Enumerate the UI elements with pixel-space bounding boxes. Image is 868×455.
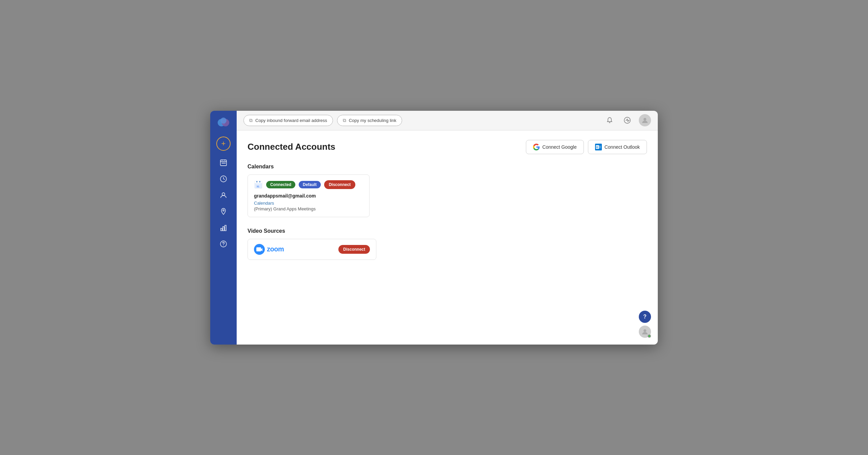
help-fab-button[interactable]: ? [639, 311, 651, 323]
svg-point-14 [223, 210, 224, 211]
zoom-logo: zoom [254, 244, 284, 255]
sidebar-item-location[interactable] [216, 204, 231, 219]
sidebar-item-clock[interactable] [216, 172, 231, 186]
online-status-dot [648, 334, 651, 338]
svg-point-2 [220, 118, 226, 124]
svg-text:O: O [596, 146, 598, 148]
link-icon: ⧉ [343, 118, 346, 123]
page-header: Connected Accounts Connect Google [248, 140, 647, 154]
zoom-disconnect-button[interactable]: Disconnect [338, 245, 370, 254]
svg-rect-15 [221, 228, 222, 231]
top-bar-actions [604, 114, 651, 126]
notifications-button[interactable] [604, 114, 616, 126]
copy-email-label: Copy inbound forward email address [255, 118, 327, 123]
zoom-text: zoom [267, 245, 284, 253]
video-sources-title: Video Sources [248, 228, 647, 234]
svg-rect-26 [599, 145, 601, 148]
google-calendar-icon: 31 [254, 180, 263, 189]
add-button[interactable]: + [216, 137, 231, 151]
svg-point-13 [222, 193, 225, 195]
copy-email-button[interactable]: ⧉ Copy inbound forward email address [243, 115, 333, 126]
connect-outlook-label: Connect Outlook [605, 144, 640, 150]
copy-scheduling-label: Copy my scheduling link [349, 118, 396, 123]
calendar-sub: (Primary) Grand Apps Meetings [254, 206, 363, 211]
svg-rect-7 [222, 163, 223, 164]
google-icon [533, 144, 540, 150]
svg-text:31: 31 [257, 185, 259, 188]
user-fab-button[interactable] [639, 326, 651, 338]
svg-point-19 [223, 245, 224, 246]
outlook-icon: O [595, 144, 602, 150]
connect-google-label: Connect Google [542, 144, 577, 150]
svg-line-12 [223, 179, 225, 180]
sidebar-item-contacts[interactable] [216, 188, 231, 202]
header-actions: Connect Google O Connect Outlook [526, 140, 647, 154]
page-title: Connected Accounts [248, 142, 335, 152]
main-content: ⧉ Copy inbound forward email address ⧉ C… [237, 111, 658, 345]
svg-rect-30 [259, 181, 260, 182]
page-content: Connected Accounts Connect Google [237, 130, 658, 345]
svg-point-22 [644, 118, 646, 121]
calendar-email: grandappsmail@gmail.com [254, 193, 363, 199]
svg-rect-16 [223, 227, 224, 231]
zoom-icon [254, 244, 265, 255]
calendars-section-title: Calendars [248, 164, 647, 170]
activity-button[interactable] [621, 114, 633, 126]
calendars-link[interactable]: Calendars [254, 201, 363, 206]
svg-rect-17 [225, 225, 226, 231]
app-logo [216, 116, 231, 131]
connect-outlook-button[interactable]: O Connect Outlook [588, 140, 647, 154]
zoom-card: zoom Disconnect [248, 239, 376, 260]
sidebar: + [210, 111, 237, 345]
sidebar-item-help[interactable] [216, 237, 231, 251]
connect-google-button[interactable]: Connect Google [526, 140, 584, 154]
connected-badge: Connected [266, 181, 295, 188]
top-bar: ⧉ Copy inbound forward email address ⧉ C… [237, 111, 658, 130]
calendar-card: 31 Connected Default Disconnect grandapp… [248, 174, 370, 217]
svg-rect-8 [223, 163, 224, 164]
app-window: + [210, 111, 658, 345]
card-top-row: 31 Connected Default Disconnect [254, 180, 363, 189]
copy-scheduling-button[interactable]: ⧉ Copy my scheduling link [337, 115, 402, 126]
sidebar-item-calendar[interactable] [216, 156, 231, 170]
svg-point-33 [644, 329, 646, 332]
bottom-right-actions: ? [639, 311, 651, 338]
svg-rect-9 [224, 163, 225, 164]
calendars-section: Calendars 31 Connected Default [248, 164, 647, 228]
sidebar-item-chart[interactable] [216, 221, 231, 235]
copy-icon: ⧉ [249, 118, 253, 123]
calendar-disconnect-button[interactable]: Disconnect [324, 180, 356, 189]
video-sources-section: Video Sources zoom Disconnect [248, 228, 647, 260]
user-avatar-button[interactable] [639, 114, 651, 126]
svg-rect-29 [257, 181, 257, 182]
default-badge: Default [299, 181, 321, 188]
